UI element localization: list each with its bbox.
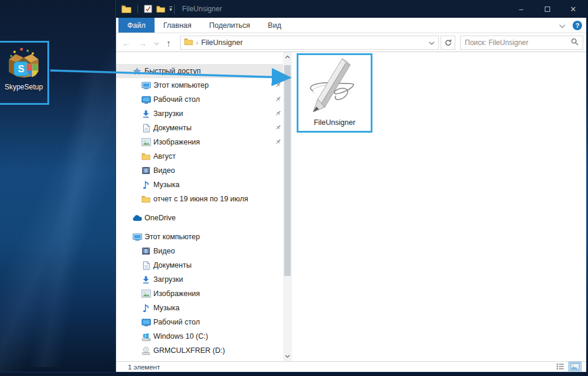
details-view-icon[interactable] <box>554 362 567 371</box>
maximize-button[interactable] <box>534 0 560 18</box>
tab-share[interactable]: Поделиться <box>200 18 259 33</box>
sidebar-item-label: Windows 10 (C:) <box>153 332 208 340</box>
properties-check-icon[interactable] <box>144 5 152 13</box>
breadcrumb[interactable]: FileUnsigner <box>201 38 243 47</box>
tab-file[interactable]: Файл <box>118 18 155 33</box>
sidebar-item-label: Изображения <box>153 290 200 298</box>
breadcrumb-chevron: › <box>196 39 198 46</box>
help-icon[interactable]: ? <box>573 21 582 30</box>
back-button[interactable]: ← <box>122 38 131 47</box>
file-list-area: FileUnsigner <box>292 52 586 361</box>
large-icons-view-icon[interactable] <box>568 362 581 371</box>
search-box[interactable]: Поиск: FileUnsigner <box>460 36 583 50</box>
sidebar-item-label: Документы <box>153 261 191 269</box>
address-folder-icon <box>184 38 193 47</box>
sidebar-item-this-pc[interactable]: Этот компьютер <box>116 230 283 244</box>
pin-icon <box>275 139 282 147</box>
sidebar-item-folder-report[interactable]: отчет с 19 июня по 19 июля <box>116 192 283 206</box>
navigation-bar: ← → ↑ › FileUnsigner Поиск: FileUnsigner <box>116 33 586 52</box>
sidebar-item-label: Август <box>153 152 176 160</box>
customize-toolbar-icon[interactable]: ▾ <box>169 7 172 12</box>
sidebar-item-label: Загрузки <box>153 275 183 284</box>
sidebar-item-folder-august[interactable]: Август <box>116 149 283 163</box>
sidebar-item-grmculxfrer-d-drive[interactable]: GRMCULXFRER (D:) <box>116 343 283 358</box>
window-controls: –✕ <box>508 0 586 18</box>
sidebar-item-documents-pinned[interactable]: Документы <box>116 121 283 135</box>
drive-windows-icon <box>141 332 151 341</box>
onedrive-icon <box>132 215 142 221</box>
skype-setup-installer-icon[interactable]: S <box>7 47 41 81</box>
sidebar-item-this-pc-pinned[interactable]: Этот компьютер <box>116 78 283 92</box>
sidebar-item-music-recent[interactable]: Музыка <box>116 178 283 192</box>
explorer-folder-icon[interactable] <box>121 5 131 14</box>
titlebar: ▾ FileUnsigner –✕ <box>116 0 586 18</box>
pin-icon <box>275 124 282 133</box>
sidebar-item-downloads-pinned[interactable]: Загрузки <box>116 107 283 121</box>
recent-locations-chevron-icon[interactable] <box>154 37 159 48</box>
star-icon <box>132 67 142 76</box>
sidebar-item-pictures[interactable]: Изображения <box>116 287 283 301</box>
sidebar-item-label: Музыка <box>153 304 179 312</box>
downloads-icon <box>141 275 151 284</box>
desktop-icon <box>141 95 151 104</box>
address-bar[interactable]: › FileUnsigner <box>180 36 439 50</box>
sidebar-item-documents[interactable]: Документы <box>116 258 283 272</box>
search-placeholder: Поиск: FileUnsigner <box>465 38 528 47</box>
monitor-icon <box>132 233 142 242</box>
sidebar-item-label: Быстрый доступ <box>144 67 201 75</box>
pin-icon <box>275 82 282 91</box>
quick-access-toolbar: ▾ <box>116 5 172 14</box>
sidebar-item-quick-access[interactable]: Быстрый доступ <box>116 64 283 78</box>
svg-text:S: S <box>18 63 24 74</box>
drive-cd-icon <box>141 346 151 355</box>
sidebar-item-label: OneDrive <box>144 214 176 222</box>
scrollbar-up-icon[interactable] <box>283 52 292 62</box>
scrollbar-down-icon[interactable] <box>283 352 292 361</box>
ribbon-right-controls: ? <box>559 18 582 33</box>
minimize-button[interactable]: – <box>508 0 534 18</box>
nav-buttons: ← → ↑ <box>122 33 171 52</box>
explorer-window: ▾ FileUnsigner –✕ ФайлГлавнаяПоделитьсяВ… <box>115 0 586 372</box>
music-icon <box>141 181 151 189</box>
monitor-icon <box>141 81 151 90</box>
close-button[interactable]: ✕ <box>560 0 586 18</box>
main-area: Быстрый доступЭтот компьютерРабочий стол… <box>116 52 586 361</box>
sidebar-item-music[interactable]: Музыка <box>116 301 283 315</box>
navigation-pane-scrollbar[interactable] <box>283 52 292 361</box>
up-button[interactable]: ↑ <box>166 38 171 47</box>
desktop-icon <box>141 318 151 327</box>
sidebar-item-label: отчет с 19 июня по 19 июля <box>153 195 248 203</box>
item-count: 1 элемент <box>128 364 160 371</box>
scrollbar-thumb[interactable] <box>284 65 291 276</box>
skype-setup-annotation-box: S SkypeSetup <box>0 41 49 105</box>
sidebar-item-label: Загрузки <box>153 110 183 118</box>
sidebar-item-onedrive[interactable]: OneDrive <box>116 211 283 225</box>
tab-view[interactable]: Вид <box>259 18 290 33</box>
new-folder-icon[interactable] <box>156 5 165 13</box>
folder-icon <box>141 153 151 160</box>
sidebar-item-label: Этот компьютер <box>144 233 200 241</box>
sidebar-item-video-recent[interactable]: Видео <box>116 163 283 178</box>
refresh-button[interactable] <box>441 36 455 50</box>
file-unsigner-pen-icon[interactable] <box>309 57 361 118</box>
sidebar-item-pictures-pinned[interactable]: Изображения <box>116 135 283 149</box>
sidebar-item-label: Музыка <box>153 181 179 189</box>
sidebar-item-desktop-pinned[interactable]: Рабочий стол <box>116 92 283 107</box>
sidebar-item-desktop[interactable]: Рабочий стол <box>116 315 283 329</box>
shortcut-label: SkypeSetup <box>5 83 43 91</box>
forward-button[interactable]: → <box>138 38 147 47</box>
sidebar-item-label: Рабочий стол <box>153 95 200 104</box>
pictures-icon <box>141 138 151 146</box>
address-dropdown-chevron-icon[interactable] <box>429 38 435 47</box>
ribbon-expand-chevron-icon[interactable] <box>559 20 565 31</box>
sidebar-item-windows-c-drive[interactable]: Windows 10 (C:) <box>116 329 283 343</box>
sidebar-item-video[interactable]: Видео <box>116 244 283 258</box>
folder-icon <box>141 195 151 203</box>
tab-home[interactable]: Главная <box>155 18 201 33</box>
sidebar-item-downloads[interactable]: Загрузки <box>116 272 283 287</box>
sidebar-item-label: Видео <box>153 247 175 255</box>
pin-icon <box>275 110 282 119</box>
pin-icon <box>275 96 282 105</box>
search-icon[interactable] <box>571 38 579 47</box>
sidebar-item-label: Рабочий стол <box>153 318 200 326</box>
